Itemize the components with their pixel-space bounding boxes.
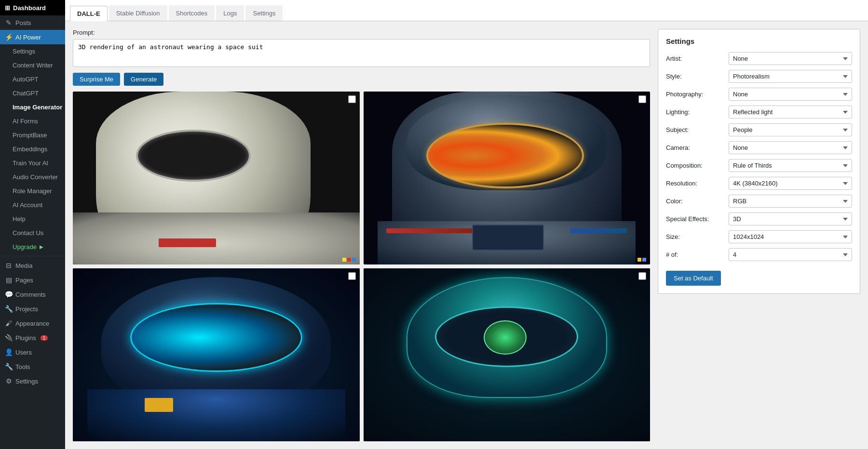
projects-icon: 🔧	[5, 305, 13, 313]
image-cell-2[interactable]	[364, 92, 651, 264]
prompt-section: Prompt: 3D rendering of an astronaut wea…	[73, 29, 650, 67]
subject-label: Subject:	[666, 126, 729, 133]
projects-label: Projects	[15, 305, 38, 313]
tools-label: Tools	[15, 363, 30, 370]
image-cell-1[interactable]	[73, 92, 360, 264]
composition-label: Composition:	[666, 162, 729, 169]
artist-select[interactable]: None	[729, 52, 852, 65]
sidebar-item-image-generator[interactable]: Image Generator	[8, 100, 65, 114]
sidebar-item-help[interactable]: Help	[8, 212, 65, 226]
sidebar-item-role-manager[interactable]: Role Manager	[8, 184, 65, 198]
sidebar-item-pages[interactable]: ▤ Pages	[0, 273, 65, 287]
media-icon: ⊟	[5, 262, 13, 269]
sidebar-item-train-your-ai[interactable]: Train Your AI	[8, 156, 65, 170]
sidebar-item-tools[interactable]: 🔧 Tools	[0, 359, 65, 374]
appearance-icon: 🖌	[5, 319, 13, 327]
sidebar-item-audio-converter[interactable]: Audio Converter	[8, 170, 65, 184]
embeddings-label: Embeddings	[13, 145, 47, 153]
color-select[interactable]: RGB	[729, 195, 852, 208]
plugins-label: Plugins	[15, 334, 36, 342]
settings-row-photography: Photography: None	[666, 88, 852, 101]
settings2-icon: ⚙	[5, 377, 13, 385]
image-cell-3[interactable]	[73, 268, 360, 441]
train-your-ai-label: Train Your AI	[13, 159, 48, 167]
settings-row-size: Size: 1024x1024	[666, 230, 852, 243]
sidebar-item-content-writer[interactable]: Content Writer	[8, 58, 65, 72]
resolution-select[interactable]: 4K (3840x2160)	[729, 177, 852, 190]
sidebar-section-divider	[0, 256, 65, 256]
settings-row-artist: Artist: None	[666, 52, 852, 65]
prompt-textarea[interactable]: 3D rendering of an astronaut wearing a s…	[73, 39, 650, 67]
color-label: Color:	[666, 198, 729, 205]
style-select[interactable]: Photorealism	[729, 70, 852, 83]
sidebar-item-settings2[interactable]: ⚙ Settings	[0, 374, 65, 388]
dashboard-icon: ⊞	[5, 4, 10, 12]
ai-account-label: AI Account	[13, 201, 42, 209]
color-dot	[642, 258, 646, 262]
sidebar-item-settings[interactable]: Settings	[8, 44, 65, 58]
audio-converter-label: Audio Converter	[13, 173, 58, 181]
lighting-label: Lighting:	[666, 108, 729, 116]
settings2-label: Settings	[15, 378, 38, 385]
composition-select[interactable]: Rule of Thirds	[729, 159, 852, 172]
comments-icon: 💬	[5, 291, 13, 298]
surprise-me-button[interactable]: Surprise Me	[73, 73, 120, 86]
photography-label: Photography:	[666, 91, 729, 98]
size-select[interactable]: 1024x1024	[729, 230, 852, 243]
image-cell-4[interactable]	[364, 268, 651, 441]
sidebar-item-media[interactable]: ⊟ Media	[0, 258, 65, 273]
sidebar-item-upgrade[interactable]: Upgrade ►	[8, 240, 65, 254]
prompt-label: Prompt:	[73, 29, 650, 36]
sidebar-item-comments[interactable]: 💬 Comments	[0, 287, 65, 302]
special-effects-select[interactable]: 3D	[729, 212, 852, 225]
num-of-select[interactable]: 4	[729, 248, 852, 261]
sidebar-item-autogpt[interactable]: AutoGPT	[8, 72, 65, 86]
artist-label: Artist:	[666, 55, 729, 62]
photography-select[interactable]: None	[729, 88, 852, 101]
content-area: Prompt: 3D rendering of an astronaut wea…	[65, 21, 868, 449]
sidebar-item-projects[interactable]: 🔧 Projects	[0, 302, 65, 316]
media-label: Media	[15, 262, 32, 269]
lighting-select[interactable]: Reflected light	[729, 106, 852, 119]
tab-logs[interactable]: Logs	[216, 5, 244, 21]
image-checkbox-4[interactable]	[638, 272, 646, 280]
sidebar-item-contact-us[interactable]: Contact Us	[8, 226, 65, 240]
tab-dalle[interactable]: DALL-E	[70, 6, 108, 21]
sidebar-item-posts[interactable]: ✎ Posts	[0, 15, 65, 30]
set-as-default-button[interactable]: Set as Default	[666, 271, 721, 286]
tab-settings[interactable]: Settings	[245, 5, 283, 21]
sidebar-item-chatgpt[interactable]: ChatGPT	[8, 86, 65, 100]
settings-row-subject: Subject: People	[666, 123, 852, 136]
image-checkbox-3[interactable]	[348, 272, 356, 280]
subject-select[interactable]: People	[729, 123, 852, 136]
color-strip-1	[342, 258, 356, 262]
tools-icon: 🔧	[5, 363, 13, 370]
left-panel: Prompt: 3D rendering of an astronaut wea…	[73, 29, 650, 441]
settings-row-resolution: Resolution: 4K (3840x2160)	[666, 177, 852, 190]
settings-title: Settings	[666, 37, 852, 45]
generate-button[interactable]: Generate	[124, 73, 163, 86]
settings-box: Settings Artist: None Style: Photorealis…	[658, 29, 860, 294]
tab-stable-diffusion[interactable]: Stable Diffusion	[109, 5, 167, 21]
sidebar-item-plugins[interactable]: 🔌 Plugins 1	[0, 330, 65, 345]
sidebar-item-users[interactable]: 👤 Users	[0, 345, 65, 359]
sidebar-item-ai-account[interactable]: AI Account	[8, 198, 65, 212]
sidebar-item-appearance[interactable]: 🖌 Appearance	[0, 316, 65, 330]
tab-shortcodes[interactable]: Shortcodes	[169, 5, 215, 21]
camera-select[interactable]: None	[729, 141, 852, 154]
color-dot	[347, 258, 351, 262]
users-label: Users	[15, 349, 32, 356]
sidebar-item-ai-forms[interactable]: AI Forms	[8, 114, 65, 128]
sidebar-item-promptbase[interactable]: PromptBase	[8, 128, 65, 142]
sidebar-item-embeddings[interactable]: Embeddings	[8, 142, 65, 156]
sidebar-item-label: AI Power	[15, 34, 41, 41]
image-generator-label: Image Generator	[13, 104, 62, 111]
resolution-label: Resolution:	[666, 180, 729, 187]
sidebar-header: ⊞ Dashboard	[0, 0, 65, 15]
image-checkbox-2[interactable]	[638, 95, 646, 103]
image-checkbox-1[interactable]	[348, 95, 356, 103]
help-label: Help	[13, 215, 26, 223]
sidebar-item-ai-power[interactable]: ⚡ AI Power	[0, 30, 65, 44]
chatgpt-label: ChatGPT	[13, 90, 39, 97]
color-strip-2	[637, 258, 646, 262]
